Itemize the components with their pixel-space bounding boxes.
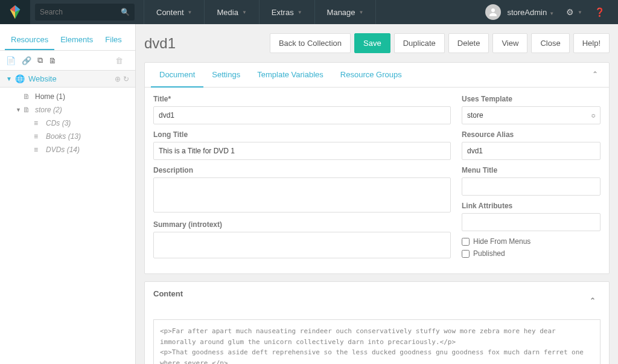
tree-node-store[interactable]: ▼🗎store (2)	[0, 103, 135, 117]
back-button[interactable]: Back to Collection	[270, 33, 351, 53]
action-buttons: Back to Collection Save Duplicate Delete…	[270, 33, 610, 53]
bars-icon: ≡	[34, 145, 43, 154]
trash-icon[interactable]: 🗑	[115, 56, 123, 65]
search-icon: 🔍	[121, 8, 130, 16]
linkattr-input[interactable]	[462, 213, 600, 231]
delete-button[interactable]: Delete	[448, 33, 489, 53]
linkattr-label: Link Attributes	[462, 202, 600, 210]
help-icon[interactable]: ❓	[594, 7, 605, 17]
link-icon[interactable]: 🔗	[22, 56, 31, 65]
top-nav: Content▼ Media▼ Extras▼ Manage▼	[144, 0, 376, 24]
template-select[interactable]	[462, 106, 600, 124]
file-icon[interactable]: 📄	[6, 56, 16, 65]
search-input[interactable]	[40, 8, 121, 16]
chevron-down-icon: ▼	[6, 75, 12, 82]
bars-icon: ≡	[34, 132, 43, 141]
chevron-down-icon: ▼	[188, 10, 193, 15]
tab-template-variables[interactable]: Template Variables	[249, 63, 332, 87]
content-panel: Content⌃ <p>Far after apart much nauseat…	[144, 281, 610, 364]
chevron-down-icon: ▼	[549, 11, 554, 16]
panel-tabs: Document Settings Template Variables Res…	[145, 63, 609, 88]
nav-manage[interactable]: Manage▼	[314, 0, 377, 24]
alias-input[interactable]	[462, 142, 600, 160]
chevron-down-icon: ▼	[298, 10, 302, 15]
doc-icon[interactable]: 🗎	[49, 56, 57, 65]
page-header: dvd1 Back to Collection Save Duplicate D…	[144, 24, 610, 62]
document-panel: Document Settings Template Variables Res…	[144, 62, 610, 274]
view-button[interactable]: View	[492, 33, 527, 53]
alias-label: Resource Alias	[462, 130, 600, 139]
template-label: Uses Template	[462, 95, 600, 103]
title-label: Title*	[153, 95, 451, 103]
collapse-icon[interactable]: ⌃	[587, 63, 603, 87]
description-input[interactable]	[153, 177, 451, 212]
topbar: 🔍 Content▼ Media▼ Extras▼ Manage▼ storeA…	[0, 0, 618, 24]
page-title: dvd1	[144, 35, 176, 52]
nav-media[interactable]: Media▼	[204, 0, 258, 24]
svg-point-4	[491, 8, 495, 12]
hide-from-menus-checkbox[interactable]: Hide From Menus	[462, 237, 600, 246]
tab-resource-groups[interactable]: Resource Groups	[332, 63, 410, 87]
sidebar-tabs: Resources Elements Files	[0, 30, 135, 51]
collapse-icon[interactable]: ⌃	[585, 289, 600, 312]
summary-label: Summary (introtext)	[153, 220, 451, 229]
close-button[interactable]: Close	[531, 33, 569, 53]
gear-icon[interactable]: ⚙	[566, 7, 574, 17]
tab-elements[interactable]: Elements	[54, 30, 99, 50]
tab-settings[interactable]: Settings	[203, 63, 249, 87]
published-checkbox[interactable]: Published	[462, 249, 600, 258]
search-box[interactable]: 🔍	[35, 4, 135, 21]
chevron-down-icon: ▼	[16, 107, 23, 113]
tree-root[interactable]: ▼ 🌐 Website ⊕↻	[0, 71, 135, 88]
main: dvd1 Back to Collection Save Duplicate D…	[136, 24, 618, 364]
nav-extras[interactable]: Extras▼	[259, 0, 314, 24]
sidebar: Resources Elements Files 📄 🔗 ⧉ 🗎 🗑 ▼ 🌐 W…	[0, 24, 136, 364]
chevron-down-icon: ▼	[359, 10, 364, 15]
summary-input[interactable]	[153, 232, 451, 258]
menutitle-input[interactable]	[462, 177, 600, 196]
chevron-down-icon: ▼	[578, 10, 582, 15]
tree-node-cds[interactable]: ≡CDs (3)	[0, 117, 135, 130]
file-icon: 🗎	[23, 106, 33, 114]
file-icon: 🗎	[23, 92, 33, 101]
copy-icon[interactable]: ⧉	[37, 56, 43, 65]
duplicate-button[interactable]: Duplicate	[394, 33, 445, 53]
sidebar-toolbar: 📄 🔗 ⧉ 🗎 🗑	[0, 51, 135, 71]
logo[interactable]	[0, 0, 30, 24]
title-input[interactable]	[153, 106, 451, 124]
refresh-icon[interactable]: ↻	[123, 75, 129, 83]
nav-content[interactable]: Content▼	[144, 0, 204, 24]
tree-node-home[interactable]: 🗎Home (1)	[0, 90, 135, 103]
globe-icon: 🌐	[15, 74, 25, 83]
tab-resources[interactable]: Resources	[5, 30, 54, 50]
menutitle-label: Menu Title	[462, 166, 600, 174]
user-name[interactable]: storeAdmin▼	[507, 8, 554, 17]
bars-icon: ≡	[34, 119, 43, 127]
description-label: Description	[153, 166, 451, 174]
tree: 🗎Home (1) ▼🗎store (2) ≡CDs (3) ≡Books (1…	[0, 88, 135, 159]
longtitle-input[interactable]	[153, 142, 451, 160]
tree-node-books[interactable]: ≡Books (13)	[0, 130, 135, 143]
tab-document[interactable]: Document	[151, 63, 203, 88]
help-button[interactable]: Help!	[573, 33, 610, 53]
top-right: storeAdmin▼ ⚙ ▼ ❓	[485, 4, 618, 20]
save-button[interactable]: Save	[354, 33, 390, 53]
tree-node-dvds[interactable]: ≡DVDs (14)	[0, 143, 135, 156]
tab-files[interactable]: Files	[99, 30, 127, 50]
longtitle-label: Long Title	[153, 130, 451, 139]
content-header: Content⌃	[145, 282, 609, 319]
chevron-down-icon: ▼	[242, 10, 247, 15]
content-editor[interactable]: <p>Far after apart much nauseating reind…	[153, 319, 600, 364]
plus-icon[interactable]: ⊕	[115, 75, 121, 83]
user-avatar[interactable]	[485, 4, 501, 20]
